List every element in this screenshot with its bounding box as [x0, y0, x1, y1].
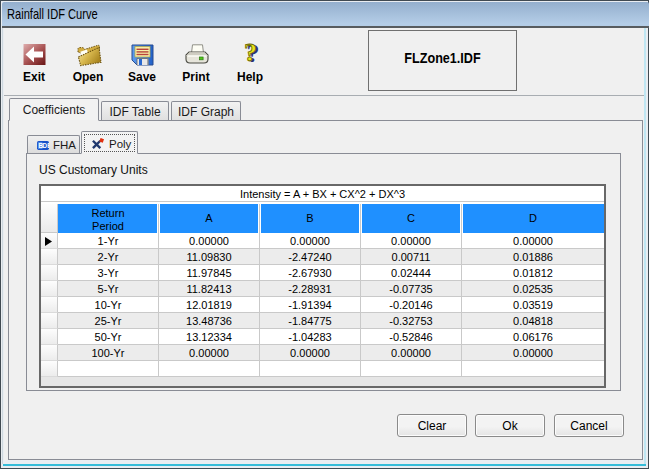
svg-text:DE: DE [43, 142, 49, 149]
svg-text:?: ? [244, 42, 257, 65]
